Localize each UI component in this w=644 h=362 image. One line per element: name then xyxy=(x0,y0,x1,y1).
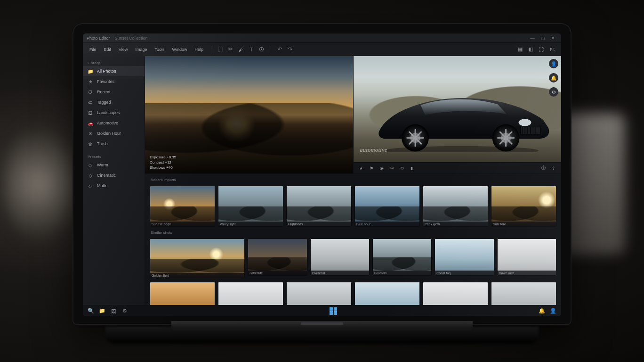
bell-icon[interactable]: 🔔 xyxy=(539,308,545,314)
sidebar-section-library: Library xyxy=(83,59,145,66)
close-button[interactable]: ✕ xyxy=(549,35,557,41)
main-area: Exposure +0.35 Contrast +12 Shadows +40 xyxy=(145,56,561,305)
text-tool-icon[interactable]: T xyxy=(248,46,255,53)
sidebar-item-automotive[interactable]: 🚗 Automotive xyxy=(83,118,145,128)
crop-tool-icon[interactable]: ✂ xyxy=(227,46,234,53)
redo-icon[interactable]: ↷ xyxy=(287,46,294,53)
thumb[interactable] xyxy=(354,282,420,305)
image-icon: 🖼 xyxy=(88,110,93,115)
tag-icon: 🏷 xyxy=(88,99,93,105)
sidebar-item-label: Golden Hour xyxy=(97,131,121,136)
fullscreen-icon[interactable]: ⛶ xyxy=(538,46,544,53)
sidebar-item-golden[interactable]: ☀ Golden Hour xyxy=(83,128,145,139)
dock-bell-icon[interactable]: 🔔 xyxy=(549,73,558,82)
user-icon[interactable]: 👤 xyxy=(550,308,556,314)
compare-view-icon[interactable]: ◧ xyxy=(527,46,534,53)
settings-icon[interactable]: ⚙ xyxy=(121,308,128,314)
thumb[interactable]: Sunrise ridge xyxy=(150,186,215,227)
thumb[interactable]: Overcast xyxy=(310,239,370,276)
preview-left-overlay: Exposure +0.35 Contrast +12 Shadows +40 xyxy=(145,151,353,173)
thumb[interactable]: Highlands xyxy=(286,186,352,227)
thumb[interactable]: Peak glow xyxy=(423,186,488,227)
menu-bar: File Edit View Image Tools Window Help xyxy=(88,46,205,53)
menu-tools[interactable]: Tools xyxy=(153,46,166,53)
car-icon: 🚗 xyxy=(88,120,93,126)
preset-matte[interactable]: ◇Matte xyxy=(83,181,145,191)
sidebar-item-recent[interactable]: ⏱ Recent xyxy=(83,87,145,97)
sidebar-item-trash[interactable]: 🗑 Trash xyxy=(83,139,145,149)
grid-view-icon[interactable]: ▦ xyxy=(517,46,523,53)
crop-icon[interactable]: ✂ xyxy=(389,165,395,171)
eyedrop-tool-icon[interactable]: ⦿ xyxy=(258,46,265,53)
menu-file[interactable]: File xyxy=(88,46,98,53)
sidebar: Library 📁 All Photos ★ Favorites ⏱ Recen… xyxy=(83,56,145,305)
thumb[interactable] xyxy=(286,282,352,305)
preset-cinematic[interactable]: ◇Cinematic xyxy=(83,170,145,181)
undo-icon[interactable]: ↶ xyxy=(277,46,283,53)
rotate-icon[interactable]: ⟳ xyxy=(400,165,405,171)
menu-help[interactable]: Help xyxy=(193,46,205,53)
screen: Photo Editor Sunset Collection — ▢ ✕ Fil… xyxy=(83,33,561,316)
start-icon[interactable] xyxy=(330,307,337,315)
thumb[interactable]: Blue hour xyxy=(354,186,420,227)
export-icon[interactable]: ⇪ xyxy=(551,165,556,171)
titlebar: Photo Editor Sunset Collection — ▢ ✕ xyxy=(83,33,561,43)
sidebar-item-favorites[interactable]: ★ Favorites xyxy=(83,76,145,87)
menu-window[interactable]: Window xyxy=(170,46,189,53)
thumb[interactable] xyxy=(423,282,488,305)
folder-icon: 📁 xyxy=(88,68,93,74)
workspace: Library 📁 All Photos ★ Favorites ⏱ Recen… xyxy=(83,56,561,305)
svg-point-0 xyxy=(518,119,531,126)
flag-icon[interactable]: ⚑ xyxy=(369,165,374,171)
zoom-label[interactable]: Fit xyxy=(548,46,556,53)
menu-edit[interactable]: Edit xyxy=(102,46,113,53)
folder-icon[interactable]: 📁 xyxy=(99,308,105,314)
thumb[interactable]: Foothills xyxy=(372,239,432,276)
thumb[interactable]: Valley light xyxy=(218,186,283,227)
thumb[interactable] xyxy=(150,282,215,305)
tool-group-edit: ⬚ ✂ 🖌 T ⦿ xyxy=(217,46,265,53)
preview-right[interactable]: automotive 👤 🔔 ⚙ ★ ⚑ ◉ ✂ xyxy=(354,56,562,173)
maximize-button[interactable]: ▢ xyxy=(539,35,547,41)
sun-icon: ☀ xyxy=(88,131,93,136)
dock-settings-icon[interactable]: ⚙ xyxy=(549,87,558,97)
thumb[interactable] xyxy=(491,282,556,305)
taskbar: 🔍 📁 🖼 ⚙ 🔔 👤 xyxy=(83,305,561,316)
preview-row: Exposure +0.35 Contrast +12 Shadows +40 xyxy=(145,56,561,174)
thumb-caption: Golden field xyxy=(150,273,245,278)
compare-icon[interactable]: ◧ xyxy=(410,165,416,171)
thumb[interactable] xyxy=(218,282,283,305)
search-icon[interactable]: 🔍 xyxy=(88,308,94,314)
preview-right-image: automotive xyxy=(354,56,562,173)
menu-image[interactable]: Image xyxy=(133,46,149,53)
laptop-base xyxy=(105,327,539,344)
thumb-caption: Foothills xyxy=(372,271,432,276)
sidebar-item-all[interactable]: 📁 All Photos xyxy=(83,66,145,76)
info-icon[interactable]: ⓘ xyxy=(540,165,546,171)
minimize-button[interactable]: — xyxy=(528,35,537,41)
thumb-caption: Lakeside xyxy=(248,271,307,276)
sidebar-item-landscapes[interactable]: 🖼 Landscapes xyxy=(83,107,145,118)
thumb-caption: Sun flare xyxy=(491,222,556,227)
color-icon[interactable]: ◉ xyxy=(379,165,385,171)
adjust-shadows: Shadows +40 xyxy=(150,165,348,170)
thumb[interactable]: Lakeside xyxy=(248,239,307,276)
sidebar-item-label: Favorites xyxy=(97,79,114,84)
sidebar-item-label: Tagged xyxy=(97,100,111,105)
thumb[interactable]: Coast fog xyxy=(435,239,494,276)
menu-view[interactable]: View xyxy=(117,46,129,53)
dock-user-icon[interactable]: 👤 xyxy=(549,59,558,68)
sidebar-item-tagged[interactable]: 🏷 Tagged xyxy=(83,97,145,107)
select-tool-icon[interactable]: ⬚ xyxy=(217,46,224,53)
rate-icon[interactable]: ★ xyxy=(358,165,364,171)
thumb[interactable]: Golden field xyxy=(150,239,245,278)
image-icon[interactable]: 🖼 xyxy=(110,308,117,314)
right-dock: 👤 🔔 ⚙ xyxy=(549,59,559,97)
brush-tool-icon[interactable]: 🖌 xyxy=(238,46,244,53)
preview-left[interactable]: Exposure +0.35 Contrast +12 Shadows +40 xyxy=(145,56,354,173)
sidebar-item-label: Cinematic xyxy=(97,173,116,178)
star-icon: ★ xyxy=(88,79,93,84)
thumb[interactable]: Sun flare xyxy=(491,186,556,227)
preset-warm[interactable]: ◇Warm xyxy=(83,160,145,170)
thumb[interactable]: Dawn mist xyxy=(497,239,556,276)
